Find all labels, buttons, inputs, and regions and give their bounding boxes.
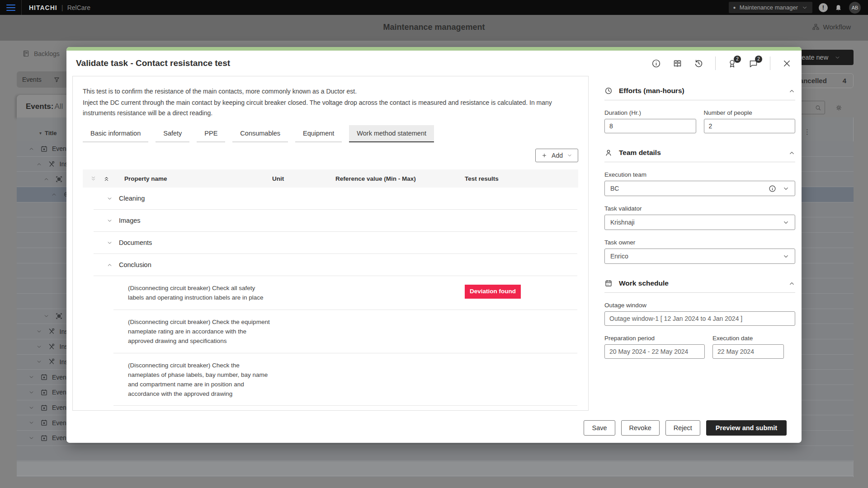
task-validator-select[interactable]: Krishnaji — [604, 215, 795, 230]
outage-window-input[interactable] — [604, 311, 795, 326]
instructions-book-icon[interactable] — [673, 59, 682, 68]
info-icon[interactable] — [769, 185, 776, 192]
task-detail-card: This test is to confirm the resistance o… — [72, 76, 589, 411]
group-label: Images — [119, 217, 141, 224]
hamburger-menu-icon[interactable] — [6, 5, 15, 11]
schedule-section-header[interactable]: Work schedule — [604, 279, 795, 293]
property-row[interactable]: (Disconnecting circuit breaker) Check th… — [83, 353, 578, 406]
workflow-button[interactable]: Workflow — [812, 23, 851, 31]
outage-window-label: Outage window — [604, 302, 795, 309]
tab-ppe[interactable]: PPE — [197, 125, 225, 142]
chevron-down-icon[interactable] — [107, 218, 113, 224]
comments-chat-icon[interactable]: 2 — [749, 59, 758, 68]
close-icon[interactable] — [782, 59, 792, 68]
duration-input[interactable] — [604, 119, 696, 133]
chevron-up-icon[interactable] — [788, 150, 795, 156]
collapse-all-icon[interactable] — [103, 175, 110, 182]
chevron-down-icon[interactable] — [28, 420, 34, 426]
header-divider — [715, 56, 716, 70]
validate-task-modal: Validate task - Contact resistance test … — [66, 47, 802, 443]
team-section-header[interactable]: Team details — [604, 149, 795, 162]
notifications-bell-icon[interactable] — [834, 3, 843, 12]
table-row-empty — [17, 446, 854, 461]
sort-caret-icon[interactable]: ▾ — [39, 131, 42, 136]
property-row[interactable]: (Disconnecting circuit breaker) Check al… — [83, 276, 578, 310]
info-icon[interactable] — [651, 59, 661, 68]
chevron-up-icon[interactable] — [28, 146, 34, 152]
backlogs-icon — [22, 50, 30, 57]
chevron-up-icon[interactable] — [788, 280, 795, 287]
group-row-conclusion[interactable]: Conclusion — [83, 254, 578, 276]
people-label: Number of people — [704, 109, 796, 116]
chevron-up-icon[interactable] — [43, 176, 49, 182]
column-options-icon[interactable]: ⋮​ — [804, 131, 807, 135]
task-owner-select[interactable]: Enrico — [604, 249, 795, 264]
expand-all-icon[interactable] — [90, 175, 97, 182]
product-name: RelCare — [67, 4, 90, 11]
chevron-down-icon[interactable] — [107, 240, 113, 246]
topbar-divider — [21, 0, 22, 15]
execution-team-label: Execution team — [604, 171, 795, 178]
chevron-down-icon[interactable] — [28, 435, 34, 441]
group-row-documents[interactable]: Documents — [83, 232, 578, 253]
events-filter-label: Events — [22, 76, 42, 83]
reject-button[interactable]: Reject — [665, 420, 700, 436]
tab-consumables[interactable]: Consumables — [232, 125, 288, 142]
description-line: Inject the DC current through the main c… — [83, 98, 576, 118]
preparation-period-label: Preparation period — [604, 335, 705, 342]
people-input[interactable] — [704, 119, 796, 133]
backlogs-link[interactable]: Backlogs — [22, 50, 60, 57]
chevron-up-icon[interactable] — [36, 161, 42, 167]
chevron-up-icon[interactable] — [788, 88, 795, 94]
tab-work-method-statement[interactable]: Work method statement — [349, 125, 434, 142]
column-header-unit: Unit — [272, 175, 335, 182]
workflow-label: Workflow — [823, 23, 851, 31]
execution-team-select[interactable]: BC — [604, 181, 795, 196]
group-label: Documents — [119, 239, 152, 246]
chevron-down-icon[interactable] — [36, 344, 42, 350]
tab-basic-information[interactable]: Basic information — [83, 125, 148, 142]
properties-table-header: Property name Unit Reference value (Min … — [83, 169, 578, 188]
workflow-icon — [812, 23, 820, 31]
tab-safety[interactable]: Safety — [156, 125, 189, 142]
chevron-down-icon[interactable] — [36, 328, 42, 334]
save-button[interactable]: Save — [584, 420, 615, 436]
alerts-icon[interactable]: ! — [819, 3, 828, 12]
property-row[interactable]: (Disconnecting circuit breaker) Check th… — [83, 310, 578, 353]
team-title: Team details — [619, 149, 661, 157]
event-icon — [40, 389, 48, 396]
add-button[interactable]: Add — [535, 149, 578, 162]
chevron-down-icon[interactable] — [28, 405, 34, 411]
group-label: Cleaning — [119, 195, 145, 202]
settings-gear-icon[interactable] — [835, 104, 843, 112]
execution-team-value: BC — [610, 185, 769, 192]
title-column-header[interactable]: Title — [45, 130, 57, 136]
row-divider — [113, 405, 577, 406]
preparation-period-input[interactable] — [604, 344, 705, 359]
group-row-cleaning[interactable]: Cleaning — [83, 188, 578, 209]
page-title: Maintenance management — [0, 23, 868, 32]
task-sidebar: Efforts (man-hours) Duration (Hr.) Numbe… — [594, 76, 802, 411]
tab-equipment[interactable]: Equipment — [295, 125, 342, 142]
chevron-down-icon[interactable] — [43, 313, 49, 319]
tools-icon — [48, 358, 56, 366]
deviation-badge: Deviation found — [465, 285, 521, 299]
chevron-up-icon[interactable] — [51, 192, 57, 197]
chevron-down-icon[interactable] — [28, 389, 34, 395]
group-row-images[interactable]: Images — [83, 210, 578, 231]
preview-and-submit-button[interactable]: Preview and submit — [706, 420, 787, 436]
chevron-down-icon[interactable] — [107, 196, 113, 202]
user-avatar[interactable]: AB — [849, 2, 861, 14]
history-icon[interactable] — [694, 59, 703, 68]
revoke-button[interactable]: Revoke — [621, 420, 660, 436]
role-selector-dropdown[interactable]: ● Maintenance manager — [729, 2, 812, 13]
chevron-up-icon[interactable] — [107, 262, 113, 268]
chevron-down-icon[interactable] — [36, 359, 42, 365]
events-filter-button[interactable]: Events — [17, 71, 70, 88]
chevron-down-icon[interactable] — [28, 374, 34, 380]
certificate-ribbon-icon[interactable]: 2 — [727, 59, 737, 68]
execution-date-input[interactable] — [712, 344, 784, 359]
efforts-section-header[interactable]: Efforts (man-hours) — [604, 87, 795, 100]
event-icon — [40, 373, 48, 381]
clock-icon — [604, 87, 613, 95]
